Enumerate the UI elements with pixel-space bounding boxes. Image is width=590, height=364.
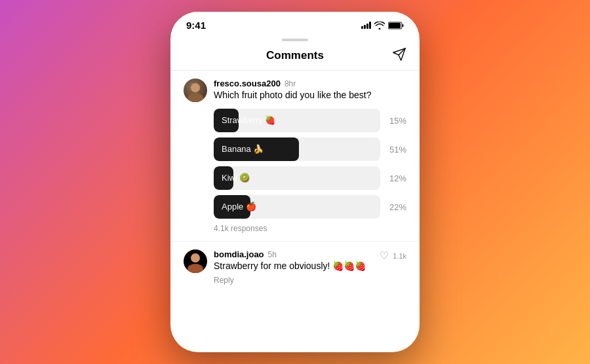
poll-option-strawberry[interactable]: Strawberry 🍓 15%: [214, 109, 406, 132]
poll-label-kiwi: Kiwi 🥝: [214, 173, 258, 183]
svg-point-8: [191, 253, 200, 263]
poll-container: Strawberry 🍓 15% Banana 🍌 51% Kiwi 🥝: [214, 109, 406, 219]
poll-label-strawberry: Strawberry 🍓: [214, 115, 283, 125]
bomdia-username-row: bomdia.joao 5h: [214, 249, 373, 259]
sheet-title: Comments: [266, 49, 324, 62]
poll-comment-meta: fresco.sousa200 8hr Which fruit photo di…: [214, 79, 406, 100]
phone-shell: 9:41 Comments: [170, 12, 420, 352]
poll-label-apple: Apple 🍎: [214, 202, 264, 211]
poll-percent-banana: 51%: [387, 145, 406, 155]
battery-icon: [388, 22, 404, 29]
poll-username-row: fresco.sousa200 8hr: [214, 79, 406, 88]
send-icon[interactable]: [392, 47, 406, 65]
bomdia-text: Strawberry for me obviously! 🍓🍓🍓: [214, 261, 373, 271]
poll-bar-kiwi: Kiwi 🥝: [214, 166, 380, 190]
comment-bomdia-meta: bomdia.joao 5h Strawberry for me obvious…: [214, 249, 373, 271]
avatar-fresco: [184, 79, 207, 102]
svg-point-5: [191, 83, 200, 92]
svg-point-6: [187, 93, 203, 102]
heart-icon[interactable]: ♡: [380, 249, 389, 262]
poll-option-kiwi[interactable]: Kiwi 🥝 12%: [214, 166, 406, 190]
poll-option-apple[interactable]: Apple 🍎 22%: [214, 195, 406, 219]
svg-rect-2: [389, 23, 401, 28]
poll-responses: 4.1k responses: [214, 224, 406, 233]
comment-bomdia-header: bomdia.joao 5h Strawberry for me obvious…: [184, 249, 406, 273]
poll-username: fresco.sousa200: [214, 79, 281, 88]
poll-comment: fresco.sousa200 8hr Which fruit photo di…: [170, 71, 420, 242]
poll-bar-banana: Banana 🍌: [214, 137, 380, 161]
poll-bar-apple: Apple 🍎: [214, 195, 380, 219]
comment-bomdia: bomdia.joao 5h Strawberry for me obvious…: [170, 242, 420, 293]
like-count: 1.1k: [393, 252, 406, 260]
bomdia-username: bomdia.joao: [214, 249, 264, 259]
drag-handle: [282, 39, 308, 41]
poll-percent-apple: 22%: [387, 202, 406, 212]
reply-link[interactable]: Reply: [214, 276, 406, 285]
comment-actions: ♡ 1.1k: [380, 249, 406, 262]
poll-comment-header: fresco.sousa200 8hr Which fruit photo di…: [184, 79, 406, 102]
comments-scroll[interactable]: fresco.sousa200 8hr Which fruit photo di…: [170, 71, 420, 352]
poll-percent-strawberry: 15%: [387, 116, 406, 126]
poll-bar-strawberry: Strawberry 🍓: [214, 109, 380, 132]
poll-question: Which fruit photo did you like the best?: [214, 90, 406, 100]
poll-label-banana: Banana 🍌: [214, 144, 271, 154]
status-bar: 9:41: [170, 12, 420, 35]
status-icons: [361, 22, 404, 29]
status-time: 9:41: [186, 20, 206, 31]
sheet-header: Comments: [170, 44, 420, 71]
svg-rect-1: [403, 24, 404, 27]
poll-percent-kiwi: 12%: [387, 173, 406, 183]
avatar-bomdia: [184, 249, 207, 273]
wifi-icon: [374, 22, 385, 29]
poll-time: 8hr: [285, 79, 296, 88]
signal-bars-icon: [361, 22, 371, 29]
poll-option-banana[interactable]: Banana 🍌 51%: [214, 137, 406, 161]
bomdia-time: 5h: [268, 250, 277, 259]
